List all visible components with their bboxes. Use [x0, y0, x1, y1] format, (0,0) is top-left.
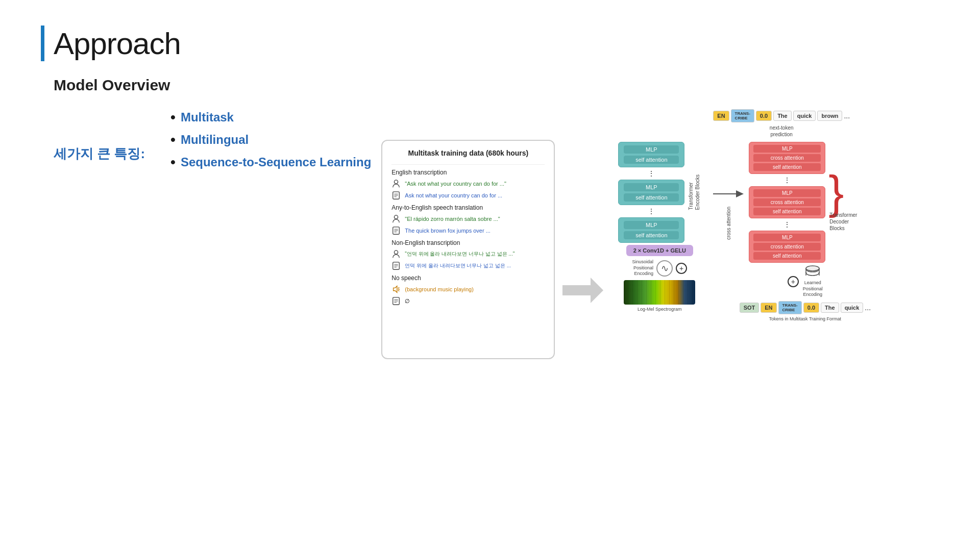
- main-content: 세가지 큰 특징: Multitask Multilingual Sequenc…: [54, 109, 939, 359]
- enc-mlp-2: MLP: [624, 183, 679, 191]
- dec2-sa: self attention: [753, 208, 821, 215]
- diagram-area: Multitask training data (680k hours) Eng…: [381, 109, 939, 359]
- dec3-mlp: MLP: [753, 234, 821, 241]
- sinusoidal-label: SinusoidalPositionalEncoding: [632, 259, 654, 277]
- db-icon-group: LearnedPositionalEncoding: [803, 265, 823, 298]
- svg-marker-15: [394, 286, 397, 293]
- dec1-ca: cross attention: [753, 154, 821, 162]
- title-accent-bar: [41, 26, 44, 61]
- dec1-mlp: MLP: [753, 145, 821, 153]
- learned-pos-label: LearnedPositionalEncoding: [803, 280, 823, 298]
- enc-sa-2: self attention: [624, 193, 679, 202]
- bullet-item-0: Multitask: [170, 109, 371, 126]
- dec1-sa: self attention: [753, 163, 821, 171]
- enc-dots: ⋮: [648, 169, 655, 178]
- any-eng-text-1: "El rápido zorro marrón salta sobre ...": [405, 216, 500, 222]
- learned-pos-row: + LearnedPositionalEncodi: [788, 265, 823, 298]
- person-icon-3: [391, 249, 401, 259]
- encoder-block-1: MLP self attention: [618, 142, 684, 167]
- eng-text-2: Ask not what your country can do for ...: [405, 192, 502, 198]
- spectrogram-label: Log-Mel Spectrogram: [638, 307, 682, 312]
- korean-label: 세가지 큰 특징:: [54, 145, 145, 163]
- training-box-title: Multitask training data (680k hours): [391, 149, 545, 157]
- person-icon-2: [391, 214, 401, 223]
- dec3-ca: cross attention: [753, 243, 821, 251]
- any-eng-item-1: "El rápido zorro marrón salta sobre ...": [391, 214, 545, 223]
- token-the-out: The: [773, 111, 792, 121]
- token-transcribe-in: TRANS-CRIBE: [778, 301, 802, 314]
- left-section: 세가지 큰 특징: Multitask Multilingual Sequenc…: [54, 109, 371, 177]
- eng-text-1: "Ask not what your country can do for ..…: [405, 181, 506, 187]
- dec-dots: ⋮: [783, 176, 791, 184]
- token-sot: SOT: [740, 303, 760, 313]
- svg-point-26: [806, 266, 819, 271]
- decoder-block-3: MLP cross attention self attention: [749, 231, 825, 263]
- arch-diagram: EN TRANS-CRIBE 0.0 The quick brown ... n…: [611, 109, 861, 321]
- encoder-block-2: MLP self attention: [618, 180, 684, 205]
- no-speech-heading: No speech: [391, 274, 545, 282]
- token-dots-out: ...: [844, 112, 850, 120]
- encoder-block-3: MLP self attention: [618, 217, 684, 243]
- non-eng-text-1: "언덕 위에 올라 내려다보면 너무나 넓고 넓은 ...": [405, 251, 514, 258]
- bullet-list: Multitask Multilingual Sequence-to-Seque…: [170, 109, 371, 177]
- note-icon-2: [391, 226, 401, 235]
- bottom-tokens-row: SOT EN TRANS-CRIBE 0.0 The quick ...: [740, 301, 871, 314]
- eng-item-1: "Ask not what your country can do for ..…: [391, 179, 545, 188]
- title-bar: Approach: [41, 26, 939, 61]
- no-speech-text-2: ∅: [405, 298, 410, 305]
- token-quick-in: quick: [841, 303, 864, 313]
- decoder-column: MLP cross attention self attention ⋮ MLP…: [749, 142, 861, 321]
- decoder-right-labels: } TransformerDecoder Blocks: [827, 173, 861, 232]
- svg-point-10: [395, 251, 398, 254]
- bullet-item-1: Multilingual: [170, 132, 371, 148]
- training-box: Multitask training data (680k hours) Eng…: [381, 140, 555, 359]
- enc-sa-1: self attention: [624, 156, 679, 164]
- eng-item-2: Ask not what your country can do for ...: [391, 191, 545, 200]
- enc-dots-2: ⋮: [648, 207, 655, 215]
- any-eng-heading: Any-to-English speech translation: [391, 204, 545, 211]
- dec2-mlp: MLP: [753, 189, 821, 197]
- token-en-in: EN: [761, 303, 776, 313]
- token-dots-in: ...: [865, 304, 871, 312]
- dec-dots-2: ⋮: [783, 220, 791, 229]
- non-eng-item-2: 언덕 위에 올라 내려다보면 너무나 넓고 넓은 ...: [391, 261, 545, 270]
- token-num-out: 0.0: [756, 111, 772, 121]
- decoder-block-1: MLP cross attention self attention: [749, 142, 825, 174]
- dec3-sa: self attention: [753, 252, 821, 260]
- note-icon-4: [391, 296, 401, 306]
- sinusoidal-row: SinusoidalPositionalEncoding ∿ +: [632, 259, 688, 277]
- decoder-label: TransformerDecoder Blocks: [829, 212, 861, 232]
- note-icon-3: [391, 261, 401, 270]
- no-speech-text-1: (background music playing): [405, 286, 474, 292]
- svg-line-18: [398, 290, 400, 291]
- page-title: Approach: [54, 26, 181, 61]
- token-transcribe-out: TRANS-CRIBE: [731, 109, 754, 122]
- bottom-token-label: Tokens in Multitask Training Format: [769, 316, 842, 321]
- speaker-icon: [391, 285, 401, 294]
- token-the-in: The: [821, 303, 839, 313]
- svg-line-16: [398, 287, 400, 288]
- any-eng-text-2: The quick brown fox jumps over ...: [405, 228, 491, 234]
- subtitle: Model Overview: [54, 77, 939, 94]
- enc-mlp-3: MLP: [624, 221, 679, 229]
- cross-attn-label: cross attention: [726, 207, 731, 240]
- next-token-label: next-tokenprediction: [770, 124, 794, 138]
- eng-transcription-heading: English transcription: [391, 169, 545, 176]
- output-tokens-row: EN TRANS-CRIBE 0.0 The quick brown ...: [713, 109, 850, 122]
- dec2-ca: cross attention: [753, 198, 821, 206]
- cross-attn-column: cross attention: [713, 142, 744, 285]
- red-brace: }: [828, 173, 844, 212]
- non-eng-text-2: 언덕 위에 올라 내려다보면 너무나 넓고 넓은 ...: [405, 262, 511, 269]
- svg-marker-25: [736, 190, 744, 197]
- non-eng-heading: Non-English transcription: [391, 239, 545, 246]
- token-num-in: 0.0: [803, 303, 819, 313]
- plus-circle-enc: +: [676, 263, 687, 274]
- wave-symbol: ∿: [656, 260, 673, 277]
- spectrogram-box: [624, 280, 695, 305]
- any-eng-item-2: The quick brown fox jumps over ...: [391, 226, 545, 235]
- svg-point-5: [395, 215, 398, 219]
- person-icon-1: [391, 179, 401, 188]
- decoder-blocks: MLP cross attention self attention ⋮ MLP…: [749, 142, 825, 263]
- decoder-blocks-group: MLP cross attention self attention ⋮ MLP…: [749, 142, 861, 263]
- token-brown-out: brown: [817, 111, 842, 121]
